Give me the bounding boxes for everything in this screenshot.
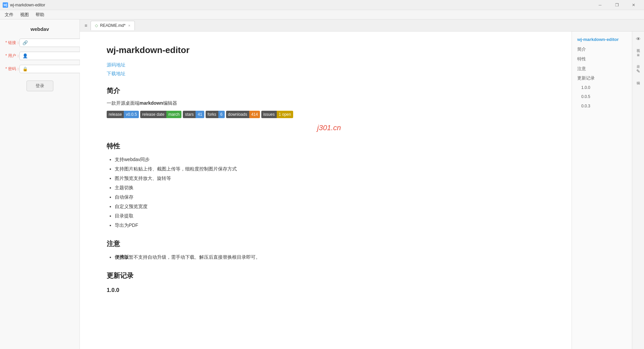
tab-bar: ≡ ◇ README.md* × [80, 19, 644, 32]
tab-file-icon: ◇ [95, 23, 98, 28]
outline-item-notice[interactable]: 注意 [572, 64, 632, 74]
list-item: 自动保存 [115, 192, 551, 202]
list-item: 目录提取 [115, 211, 551, 220]
outline-item-v005[interactable]: 0.0.5 [572, 92, 632, 101]
app-layout: webdav * 链接： 🔗 * 用户： 👤 * 密码： 🔒 👁 登录 [0, 19, 644, 349]
toc-icon[interactable]: ≡ [634, 50, 643, 60]
list-item: 便携版暂不支持自动升级，需手动下载、解压后直接替换根目录即可。 [115, 252, 551, 262]
changelog-heading: 更新记录 [107, 271, 551, 280]
user-label: * 用户： [5, 53, 17, 59]
app-title: wj-markdown-editor [10, 3, 45, 7]
outline-item-intro[interactable]: 简介 [572, 45, 632, 54]
minimize-button[interactable]: ─ [592, 0, 608, 10]
password-row: * 密码： 🔒 👁 [5, 65, 74, 73]
close-button[interactable]: ✕ [626, 0, 641, 10]
restore-button[interactable]: ❐ [609, 0, 625, 10]
app-icon: wj [3, 2, 8, 8]
titlebar-controls: ─ ❐ ✕ [592, 0, 641, 10]
outline-item-v003[interactable]: 0.0.3 [572, 102, 632, 111]
password-input[interactable] [30, 67, 80, 71]
badge-stars: stars 41 [183, 111, 204, 118]
preview-icon[interactable]: 👁 [634, 34, 643, 44]
user-input[interactable] [30, 54, 80, 58]
preview-tool-group: 👁 视图 [634, 34, 643, 46]
password-label: * 密码： [5, 66, 17, 72]
toc-tool-group: ≡ 目录 [634, 50, 643, 62]
list-item: 支持图片粘贴上传、截图上传等，细粒度控制图片保存方式 [115, 164, 551, 173]
list-item: 导出为PDF [115, 220, 551, 230]
outline-pane: wj-markdown-editor 简介 特性 注意 更新记录 1.0.0 0… [572, 32, 632, 349]
titlebar: wj wj-markdown-editor ─ ❐ ✕ [0, 0, 644, 10]
badge-row: release v0.0.5 release date march stars … [107, 111, 551, 118]
outline-item-v100[interactable]: 1.0.0 [572, 83, 632, 92]
right-toolbar: 👁 视图 ≡ 目录 ✎ 编辑 [632, 32, 644, 349]
menu-help[interactable]: 帮助 [32, 10, 48, 19]
user-input-wrap: 👤 [19, 52, 83, 60]
tab-label: README.md* [100, 23, 125, 28]
features-heading: 特性 [107, 142, 551, 151]
login-button[interactable]: 登录 [26, 81, 53, 91]
outline-item-features[interactable]: 特性 [572, 54, 632, 64]
preview-pane: wj-markdown-editor 源码地址 下载地址 简介 一款开源桌面端m… [80, 32, 572, 349]
notice-list: 便携版暂不支持自动升级，需手动下载、解压后直接替换根目录即可。 [107, 252, 551, 262]
password-input-wrap: 🔒 👁 [19, 65, 89, 73]
outline-title: wj-markdown-editor [572, 36, 632, 45]
link-input-wrap: 🔗 [19, 39, 83, 47]
intro-paragraph: 一款开源桌面端markdown编辑器 [107, 99, 551, 107]
lock-icon: 🔒 [22, 66, 28, 71]
readme-tab[interactable]: ◇ README.md* × [91, 21, 135, 30]
webdav-title: webdav [5, 26, 74, 32]
download-link[interactable]: 下载地址 [107, 71, 551, 77]
user-icon: 👤 [22, 53, 28, 58]
badge-forks: forks 6 [206, 111, 225, 118]
menubar: 文件 视图 帮助 [0, 10, 644, 19]
link-row: * 链接： 🔗 [5, 39, 74, 47]
watermark: j301.cn [107, 123, 551, 132]
list-item: 支持webdav同步 [115, 155, 551, 164]
edit-icon[interactable]: ✎ [634, 66, 643, 76]
menu-file[interactable]: 文件 [1, 10, 17, 19]
notice-heading: 注意 [107, 239, 551, 248]
badge-release: release v0.0.5 [107, 111, 139, 118]
doc-title: wj-markdown-editor [107, 45, 551, 55]
source-link[interactable]: 源码地址 [107, 62, 551, 68]
link-input[interactable] [30, 41, 80, 45]
menu-view[interactable]: 视图 [17, 10, 32, 19]
user-row: * 用户： 👤 [5, 52, 74, 60]
link-icon: 🔗 [22, 40, 28, 45]
edit-tool-group: ✎ 编辑 [634, 66, 643, 79]
version-1-heading: 1.0.0 [107, 287, 551, 294]
sidebar-toggle-button[interactable]: ≡ [83, 21, 89, 30]
left-sidebar: webdav * 链接： 🔗 * 用户： 👤 * 密码： 🔒 👁 登录 [0, 19, 80, 349]
badge-release-date: release date march [140, 111, 181, 118]
titlebar-left: wj wj-markdown-editor [3, 2, 45, 8]
features-list: 支持webdav同步 支持图片粘贴上传、截图上传等，细粒度控制图片保存方式 图片… [107, 155, 551, 230]
badge-issues: issues 1 open [261, 111, 293, 118]
tab-close-button[interactable]: × [128, 23, 130, 28]
list-item: 自定义预览宽度 [115, 202, 551, 211]
link-label: * 链接： [5, 40, 17, 46]
list-item: 主题切换 [115, 183, 551, 192]
main-area: wj-markdown-editor 源码地址 下载地址 简介 一款开源桌面端m… [80, 32, 644, 349]
list-item: 图片预览支持放大、旋转等 [115, 173, 551, 183]
intro-heading: 简介 [107, 86, 551, 95]
badge-downloads: downloads 414 [226, 111, 260, 118]
outline-item-changelog[interactable]: 更新记录 [572, 73, 632, 83]
